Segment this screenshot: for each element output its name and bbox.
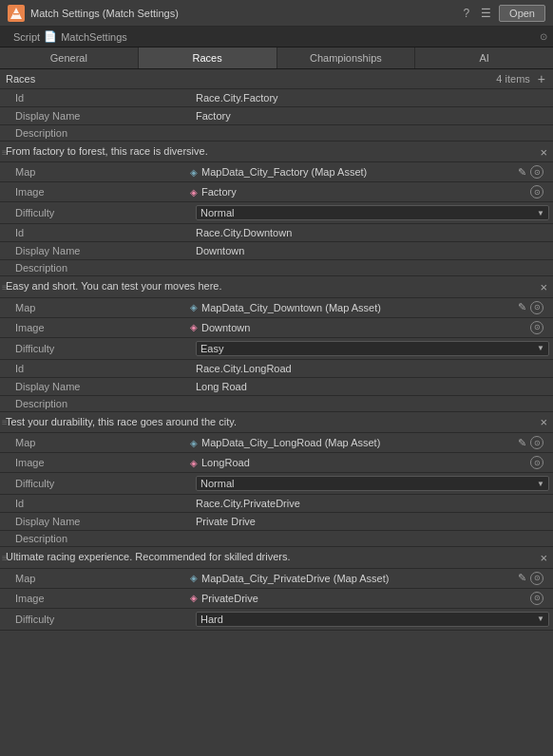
image-actions: ⊙ [530,321,549,334]
window-title: Match Settings (Match Settings) [30,8,453,19]
map-edit-icon[interactable]: ✎ [518,301,526,313]
difficulty-dropdown[interactable]: Normal ▼ [196,205,549,220]
id-value: Race.City.LongRoad [190,360,553,377]
image-row: Image ◈ LongRoad ⊙ [0,453,553,473]
map-name: MapData_City_PrivateDrive (Map Asset) [201,573,389,584]
race-card-3: Id Race.City.PrivateDrive Display Name P… [0,495,553,630]
drag-handle[interactable]: ≡ [2,146,8,157]
map-row: Map ◈ MapData_City_Downtown (Map Asset) … [0,298,553,318]
map-target-icon[interactable]: ⊙ [530,165,543,179]
displayname-row: Display Name Downtown [0,242,553,260]
map-value-wrap: ◈ MapData_City_Downtown (Map Asset) ✎ ⊙ [190,298,553,317]
map-edit-icon[interactable]: ✎ [518,572,526,584]
section-title: Races [6,73,35,85]
script-label: Script [13,31,40,43]
drag-handle[interactable]: ≡ [2,552,8,562]
difficulty-selected: Easy [200,343,223,354]
image-value: ◈ Factory [190,186,530,198]
map-asset-icon: ◈ [190,438,198,448]
map-value: ◈ MapData_City_PrivateDrive (Map Asset) [190,573,518,584]
displayname-row: Display Name Factory [0,107,553,125]
id-row: Id Race.City.Factory [0,89,553,107]
file-tab-name: MatchSettings [61,31,127,43]
difficulty-value: Normal ▼ [190,473,553,494]
image-row: Image ◈ Factory ⊙ [0,182,553,202]
drag-handle[interactable]: ≡ [2,417,8,427]
menu-button[interactable]: ☰ [477,5,495,22]
difficulty-label: Difficulty [0,202,190,223]
difficulty-dropdown[interactable]: Hard ▼ [196,612,549,627]
close-icon[interactable]: × [540,415,547,429]
desc-label: Description [15,398,67,409]
map-value-wrap: ◈ MapData_City_PrivateDrive (Map Asset) … [190,569,553,588]
help-button[interactable]: ? [459,5,473,22]
map-target-icon[interactable]: ⊙ [530,572,543,585]
image-target-icon[interactable]: ⊙ [530,321,543,334]
map-value: ◈ MapData_City_Factory (Map Asset) [190,166,518,178]
image-asset-icon: ◈ [190,458,198,468]
map-edit-icon[interactable]: ✎ [518,166,526,179]
tab-general[interactable]: General [0,47,139,68]
race-card-2: Id Race.City.LongRoad Display Name Long … [0,360,553,495]
desc-text: Easy and short. You can test your moves … [6,280,221,292]
file-tab-close[interactable]: ⊙ [540,31,547,42]
map-label: Map [0,163,190,180]
id-row: Id Race.City.PrivateDrive [0,495,553,513]
drag-handle[interactable]: ≡ [2,282,8,293]
close-icon[interactable]: × [540,550,547,564]
dropdown-arrow-icon: ▼ [537,614,544,623]
app-icon [8,5,25,22]
desc-label: Description [15,533,67,544]
image-actions: ⊙ [530,185,549,198]
tab-championships[interactable]: Championships [277,47,416,68]
difficulty-dropdown[interactable]: Normal ▼ [196,476,549,491]
desc-label-row: Description [0,396,553,412]
displayname-row: Display Name Private Drive [0,513,553,531]
image-asset-icon: ◈ [190,322,198,332]
image-name: LongRoad [201,457,250,468]
race-card-1: Id Race.City.Downtown Display Name Downt… [0,224,553,359]
map-edit-icon[interactable]: ✎ [518,437,526,449]
image-value: ◈ Downtown [190,322,530,333]
add-race-button[interactable]: + [536,72,547,85]
image-label: Image [0,590,190,607]
desc-block: ≡ Ultimate racing experience. Recommende… [0,547,553,568]
id-label: Id [0,360,190,377]
tab-ai[interactable]: AI [415,47,553,68]
image-asset-icon: ◈ [190,593,198,603]
dropdown-arrow-icon: ▼ [537,344,544,352]
image-asset-icon: ◈ [190,187,198,198]
open-button[interactable]: Open [499,5,545,22]
difficulty-row: Difficulty Hard ▼ [0,609,553,630]
map-label: Map [0,434,190,451]
id-value: Race.City.Downtown [190,224,553,241]
desc-block: ≡ Easy and short. You can test your move… [0,276,553,297]
close-icon[interactable]: × [540,144,547,159]
svg-rect-2 [13,13,19,15]
image-name: Downtown [201,322,250,333]
map-asset-icon: ◈ [190,302,198,312]
image-target-icon[interactable]: ⊙ [530,456,543,469]
difficulty-value: Normal ▼ [190,202,553,223]
image-target-icon[interactable]: ⊙ [530,185,543,198]
map-value-wrap: ◈ MapData_City_LongRoad (Map Asset) ✎ ⊙ [190,433,553,452]
difficulty-dropdown[interactable]: Easy ▼ [196,341,549,356]
image-value: ◈ LongRoad [190,457,530,468]
desc-label-row: Description [0,260,553,276]
image-target-icon[interactable]: ⊙ [530,592,543,605]
main-content: Id Race.City.Factory Display Name Factor… [0,89,553,744]
difficulty-value: Hard ▼ [190,609,553,630]
map-value-wrap: ◈ MapData_City_Factory (Map Asset) ✎ ⊙ [190,162,553,181]
difficulty-label: Difficulty [0,338,190,359]
image-name: PrivateDrive [201,593,258,604]
dropdown-arrow-icon: ▼ [537,480,544,488]
difficulty-row: Difficulty Normal ▼ [0,202,553,223]
difficulty-selected: Normal [200,478,234,489]
image-value: ◈ PrivateDrive [190,593,530,604]
map-target-icon[interactable]: ⊙ [530,436,543,449]
tab-races[interactable]: Races [139,47,277,68]
close-icon[interactable]: × [540,280,547,294]
map-value: ◈ MapData_City_Downtown (Map Asset) [190,302,518,313]
map-target-icon[interactable]: ⊙ [530,301,543,314]
map-value: ◈ MapData_City_LongRoad (Map Asset) [190,437,518,448]
